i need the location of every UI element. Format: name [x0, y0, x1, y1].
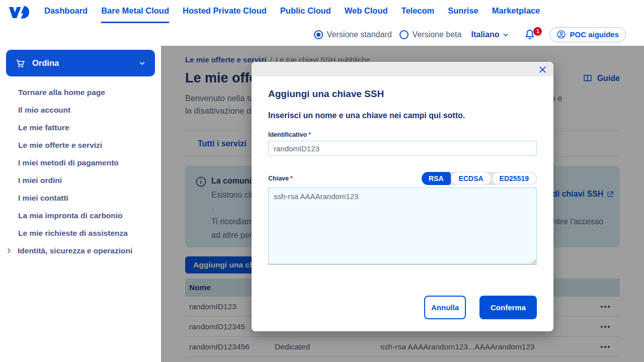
- nav-item-sunrise[interactable]: Sunrise: [448, 0, 478, 23]
- main-nav: Dashboard Bare Metal Cloud Hosted Privat…: [0, 0, 644, 23]
- sidebar-item-account[interactable]: Il mio account: [0, 101, 161, 119]
- sidebar-item-home[interactable]: Tornare alla home page: [0, 83, 161, 101]
- required-asterisk: *: [290, 175, 293, 182]
- sidebar-menu: Tornare alla home page Il mio account Le…: [0, 79, 161, 259]
- radio-version-standard-label: Versione standard: [327, 30, 392, 39]
- primary-nav: Dashboard Bare Metal Cloud Hosted Privat…: [44, 0, 540, 23]
- sidebar-item-identity-security[interactable]: Identità, sicurezza e operazioni: [0, 242, 161, 259]
- sidebar-item-carbon-footprint[interactable]: La mia impronta di carbonio: [0, 207, 161, 224]
- key-type-ecdsa-button[interactable]: ECDSA: [452, 172, 491, 185]
- radio-version-beta-label: Versione beta: [413, 30, 462, 39]
- required-asterisk: *: [308, 131, 311, 138]
- nav-item-hosted-private-cloud[interactable]: Hosted Private Cloud: [183, 0, 267, 23]
- language-label: Italiano: [471, 30, 499, 39]
- radio-version-beta[interactable]: Versione beta: [399, 30, 462, 39]
- sidebar-item-invoices[interactable]: Le mie fatture: [0, 119, 161, 136]
- key-type-rsa-button[interactable]: RSA: [422, 172, 451, 185]
- radio-unselected-icon: [399, 30, 409, 39]
- key-type-toggle: RSA ECDSA ED25519: [422, 172, 537, 185]
- close-icon[interactable]: [536, 63, 548, 75]
- modal-header-bar: [252, 62, 553, 76]
- order-button-label: Ordina: [32, 58, 59, 68]
- nav-item-public-cloud[interactable]: Public Cloud: [280, 0, 331, 23]
- modal-title: Aggiungi una chiave SSH: [268, 88, 537, 100]
- sidebar-item-services[interactable]: Le mie offerte e servizi: [0, 136, 161, 154]
- radio-selected-icon: [314, 30, 323, 39]
- sidebar: Ordina Tornare alla home page Il mio acc…: [0, 46, 161, 362]
- key-type-ed25519-button[interactable]: ED25519: [493, 172, 536, 185]
- notifications-button[interactable]: 1: [524, 28, 542, 41]
- nav-item-bare-metal-cloud[interactable]: Bare Metal Cloud: [101, 0, 169, 23]
- key-label: Chiave*: [268, 175, 293, 182]
- modal-subtitle: Inserisci un nome e una chiave nei campi…: [268, 111, 537, 120]
- ovhcloud-logo-icon[interactable]: [8, 4, 30, 20]
- radio-version-standard[interactable]: Versione standard: [314, 30, 392, 39]
- nav-item-web-cloud[interactable]: Web Cloud: [345, 0, 388, 23]
- identifier-label: Identificativo*: [268, 131, 537, 138]
- sidebar-item-contacts[interactable]: I miei contatti: [0, 189, 161, 207]
- chevron-down-icon: [138, 59, 146, 67]
- sidebar-item-label: Identità, sicurezza e operazioni: [18, 246, 132, 255]
- sidebar-item-orders[interactable]: I miei ordini: [0, 171, 161, 189]
- app-window: Dashboard Bare Metal Cloud Hosted Privat…: [0, 0, 644, 362]
- nav-item-telecom[interactable]: Telecom: [401, 0, 435, 23]
- identifier-input[interactable]: [268, 141, 537, 156]
- chevron-right-icon: [5, 247, 13, 254]
- notification-badge: 1: [533, 27, 542, 36]
- header-controls: Versione standard Versione beta Italiano…: [0, 23, 644, 46]
- confirm-button[interactable]: Conferma: [479, 296, 537, 319]
- account-button[interactable]: POC aiguides: [549, 27, 626, 42]
- order-button[interactable]: Ordina: [6, 50, 155, 76]
- chevron-down-icon: [502, 31, 509, 38]
- language-selector[interactable]: Italiano: [471, 30, 509, 39]
- account-label: POC aiguides: [570, 30, 619, 39]
- sidebar-item-payment-methods[interactable]: I miei metodi di pagamento: [0, 154, 161, 171]
- nav-item-dashboard[interactable]: Dashboard: [44, 0, 88, 23]
- add-ssh-key-modal: Aggiungi una chiave SSH Inserisci un nom…: [252, 62, 553, 331]
- cart-icon: [15, 58, 26, 69]
- cancel-button[interactable]: Annulla: [424, 296, 466, 319]
- top-header: Dashboard Bare Metal Cloud Hosted Privat…: [0, 0, 644, 46]
- sidebar-item-support-requests[interactable]: Le mie richieste di assistenza: [0, 224, 161, 242]
- nav-item-marketplace[interactable]: Marketplace: [492, 0, 540, 23]
- user-circle-icon: [556, 30, 566, 39]
- key-value-textarea[interactable]: ssh-rsa AAAArandom123: [268, 188, 537, 264]
